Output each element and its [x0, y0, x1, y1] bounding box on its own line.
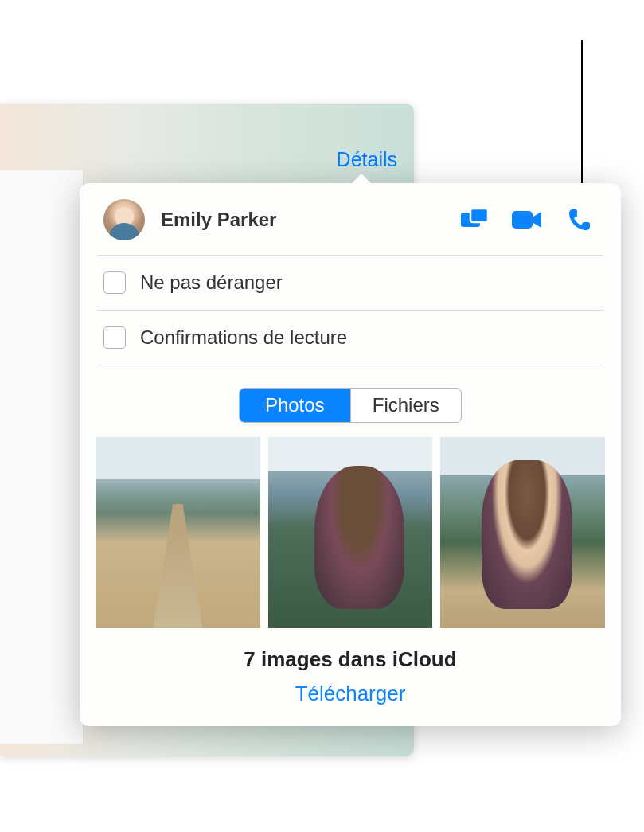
avatar[interactable] — [103, 199, 145, 240]
icloud-status: 7 images dans iCloud — [80, 647, 621, 672]
video-icon — [512, 210, 542, 229]
tab-files[interactable]: Fichiers — [350, 389, 462, 422]
window-sidebar-backdrop — [0, 170, 84, 744]
video-call-button[interactable] — [509, 202, 544, 237]
tab-photos[interactable]: Photos — [240, 389, 350, 422]
contact-name: Emily Parker — [161, 209, 457, 231]
audio-call-button[interactable] — [562, 202, 597, 237]
screen-share-icon — [460, 208, 489, 232]
contact-header: Emily Parker — [80, 183, 621, 255]
phone-icon — [568, 208, 591, 232]
details-button[interactable]: Détails — [337, 148, 397, 171]
details-popover: Emily Parker Ne pas — [80, 183, 621, 726]
photo-thumbnail[interactable] — [268, 437, 433, 628]
read-receipts-checkbox[interactable] — [103, 326, 126, 349]
read-receipts-label: Confirmations de lecture — [140, 326, 347, 349]
screen-share-button[interactable] — [457, 202, 492, 237]
do-not-disturb-label: Ne pas déranger — [140, 271, 283, 294]
photo-thumbnail[interactable] — [440, 437, 605, 628]
photo-grid — [80, 437, 621, 628]
divider — [97, 365, 603, 365]
read-receipts-row: Confirmations de lecture — [80, 311, 621, 365]
segmented-control: Photos Fichiers — [239, 388, 462, 423]
do-not-disturb-row: Ne pas déranger — [80, 256, 621, 310]
download-button[interactable]: Télécharger — [80, 682, 621, 706]
do-not-disturb-checkbox[interactable] — [103, 271, 126, 294]
photo-thumbnail[interactable] — [96, 437, 260, 628]
svg-rect-1 — [470, 209, 488, 222]
svg-rect-2 — [512, 211, 533, 229]
action-buttons — [457, 202, 597, 237]
popover-arrow — [350, 174, 373, 185]
